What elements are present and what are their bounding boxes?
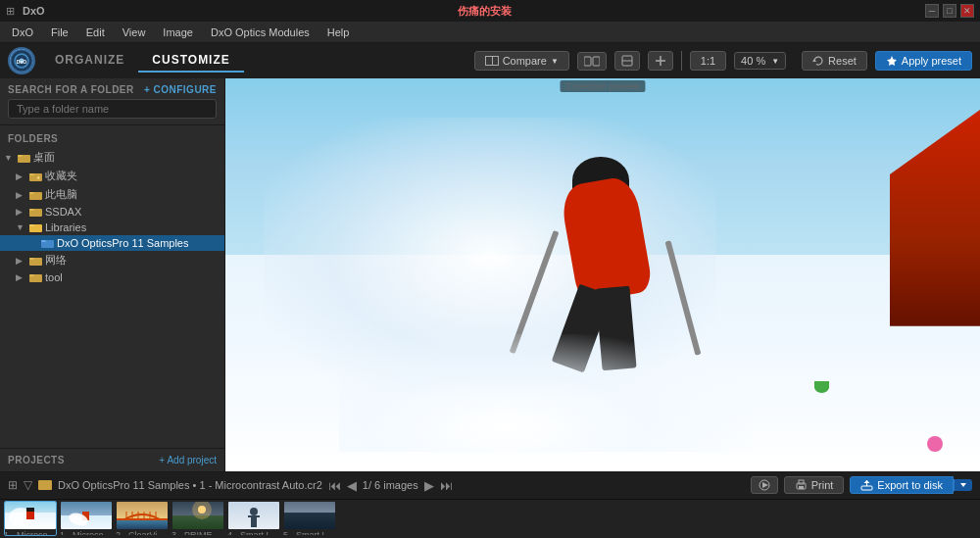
menu-optics[interactable]: DxO Optics Modules: [203, 24, 318, 40]
folder-item-favorites[interactable]: ▶ ★ 收藏夹: [0, 167, 224, 185]
filmstrip-thumb-3[interactable]: 3 - PRIME.nef: [172, 501, 224, 536]
menu-file[interactable]: File: [43, 24, 76, 40]
reset-label: Reset: [828, 55, 857, 67]
folder-arrow-network: ▶: [16, 256, 27, 266]
nav-last-button[interactable]: ⏭: [440, 478, 453, 493]
folder-arrow-computer: ▶: [16, 190, 27, 200]
apply-preset-button[interactable]: Apply preset: [875, 51, 972, 71]
folder-arrow-libraries: ▼: [16, 222, 27, 232]
slideshow-button[interactable]: [751, 476, 778, 494]
filmstrip-thumb-4[interactable]: 4 - Smart Lightin...: [227, 501, 280, 536]
folder-item-network[interactable]: ▶ 网络: [0, 251, 224, 269]
sort-icon[interactable]: ⊞: [8, 478, 18, 492]
search-label: SEARCH FOR A FOLDER + Configure: [8, 84, 217, 95]
ratio-label: 1:1: [701, 55, 715, 67]
print-button[interactable]: Print: [784, 476, 845, 494]
preview-image[interactable]: [225, 78, 980, 471]
folder-name-network: 网络: [45, 253, 67, 268]
thumb-label-3: 3 - PRIME.nef: [172, 530, 224, 535]
filmstrip-thumb-0[interactable]: 1 - Microcontrast...: [4, 501, 57, 536]
app-header-left: DxO ORGANIZE CUSTOMIZE: [8, 47, 244, 74]
thumb-label-4: 4 - Smart Lightin...: [227, 530, 280, 535]
nav-prev-button[interactable]: ◀: [347, 478, 357, 493]
export-button-group: Export to disk: [850, 476, 972, 494]
svg-rect-28: [29, 274, 34, 276]
configure-link[interactable]: + Configure: [144, 84, 217, 95]
zoom-label: 40 %: [741, 55, 765, 67]
close-button[interactable]: ✕: [960, 4, 974, 18]
folder-arrow-dxo-samples: [27, 238, 39, 248]
folder-icon-tool: [29, 271, 43, 283]
thumb-label-0: 1 - Microcontrast...: [4, 530, 57, 535]
add-project-button[interactable]: + Add project: [159, 455, 217, 465]
thumb-image-5: [284, 502, 335, 529]
folder-icon-dxo-samples: [41, 237, 55, 249]
projects-section: PROJECTS + Add project: [0, 448, 224, 471]
zoom-control[interactable]: 40 % ▼: [734, 52, 786, 70]
export-button[interactable]: Export to disk: [850, 476, 954, 494]
svg-rect-5: [593, 57, 600, 66]
crop-button[interactable]: [614, 51, 640, 71]
folder-item-computer[interactable]: ▶ 此电脑: [0, 185, 224, 204]
ski-scene: [225, 78, 980, 471]
svg-marker-10: [812, 59, 816, 62]
folder-arrow-ssdax: ▶: [16, 207, 27, 217]
filmstrip-thumb-1[interactable]: 1 - Microcontrast...: [60, 501, 113, 536]
search-input[interactable]: [8, 99, 217, 119]
menu-view[interactable]: View: [115, 24, 154, 40]
toolbar-separator-1: [681, 51, 682, 71]
compare-button[interactable]: Compare ▼: [474, 51, 569, 71]
compare-icon: [485, 56, 499, 66]
svg-rect-13: [18, 155, 23, 157]
print-label: Print: [811, 479, 834, 491]
zoom-arrow-icon: ▼: [771, 57, 779, 66]
folder-item-desktop[interactable]: ▼ 桌面: [0, 148, 224, 167]
svg-rect-15: [29, 173, 34, 175]
folder-item-ssdax[interactable]: ▶ SSDAX: [0, 204, 224, 220]
export-dropdown-button[interactable]: [954, 479, 972, 491]
svg-marker-37: [960, 483, 966, 487]
print-icon: [795, 479, 808, 491]
minimize-button[interactable]: ─: [925, 4, 939, 18]
ratio-button[interactable]: 1:1: [690, 51, 726, 71]
folder-item-dxo-samples[interactable]: DxO OpticsPro 11 Samples: [0, 235, 224, 251]
app-header: DxO ORGANIZE CUSTOMIZE Compare ▼: [0, 43, 980, 78]
snow-spray-foreground: [339, 334, 755, 452]
nav-next-button[interactable]: ▶: [424, 478, 434, 493]
folder-name-tool: tool: [45, 271, 63, 283]
svg-marker-11: [887, 56, 897, 66]
folder-item-tool[interactable]: ▶ tool: [0, 269, 224, 285]
tab-organize[interactable]: ORGANIZE: [41, 49, 138, 73]
app-logo: DxO: [8, 47, 35, 74]
svg-rect-26: [29, 258, 34, 260]
breadcrumb-text: DxO OpticsPro 11 Samples • 1 - Microcont…: [58, 479, 322, 491]
filmstrip-thumb-5[interactable]: 5 - Smart Lightin...: [283, 501, 336, 536]
filmstrip-thumb-2[interactable]: 2 - ClearView.jpg: [116, 501, 169, 536]
export-arrow-icon: [959, 481, 967, 489]
split-view-icon: [584, 56, 600, 67]
folder-name-desktop: 桌面: [33, 150, 55, 165]
menu-bar: DxO File Edit View Image DxO Optics Modu…: [0, 22, 980, 43]
svg-rect-24: [41, 240, 46, 242]
menu-image[interactable]: Image: [155, 24, 201, 40]
svg-rect-34: [861, 486, 872, 490]
svg-rect-20: [29, 209, 34, 211]
reset-button[interactable]: Reset: [802, 51, 867, 71]
filter-icon[interactable]: ▽: [24, 478, 32, 492]
search-section: SEARCH FOR A FOLDER + Configure: [0, 78, 224, 125]
path-folder-icon: [38, 480, 52, 490]
tab-customize[interactable]: CUSTOMIZE: [138, 49, 243, 73]
maximize-button[interactable]: □: [943, 4, 956, 18]
slideshow-icon: [758, 479, 771, 491]
menu-dxo[interactable]: DxO: [4, 24, 41, 40]
nav-first-button[interactable]: ⏮: [328, 478, 341, 493]
add-button[interactable]: [648, 51, 673, 71]
thumb-image-2: [117, 502, 168, 529]
menu-edit[interactable]: Edit: [78, 24, 113, 40]
reset-icon: [812, 55, 824, 67]
folder-item-libraries[interactable]: ▼ Libraries: [0, 220, 224, 235]
split-view-button[interactable]: [577, 52, 607, 71]
thumb-image-1: [61, 502, 112, 529]
menu-help[interactable]: Help: [319, 24, 358, 40]
projects-header: PROJECTS: [8, 455, 65, 465]
